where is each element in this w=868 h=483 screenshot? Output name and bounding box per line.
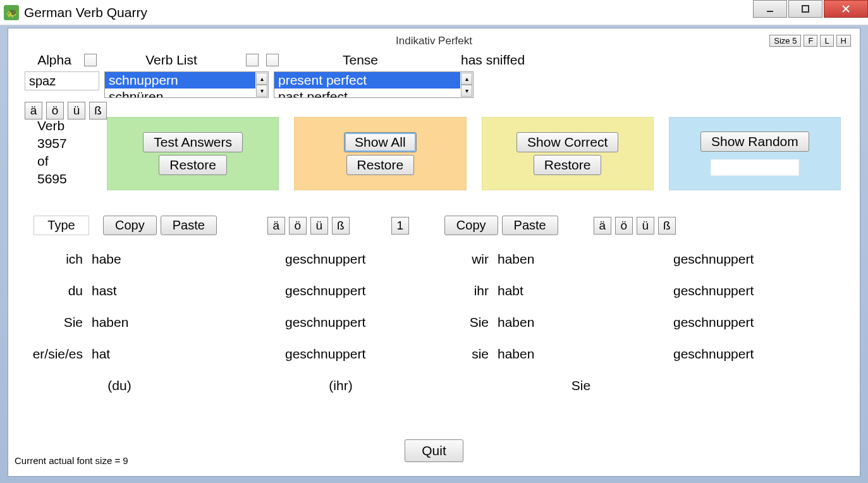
verb-item-selected[interactable]: schnuppern — [105, 72, 255, 89]
app-icon: 🐢 — [4, 5, 19, 20]
participle-field[interactable]: geschnuppert — [671, 346, 783, 362]
counter-l3: of — [37, 152, 67, 170]
restore-button-3[interactable]: Restore — [534, 155, 602, 175]
char-ss-button-3[interactable]: ß — [658, 217, 676, 235]
pronoun: wir — [461, 252, 495, 267]
paste-button-left[interactable]: Paste — [161, 216, 217, 235]
tense-checkbox[interactable] — [266, 54, 279, 66]
tense-item-next[interactable]: past perfect — [274, 89, 460, 98]
participle-field[interactable]: geschnuppert — [283, 346, 395, 362]
svg-rect-0 — [767, 11, 773, 12]
tense-indicator: Indikativ Perfekt — [8, 35, 860, 47]
char-u-button-3[interactable]: ü — [637, 217, 654, 235]
char-a-button-2[interactable]: ä — [267, 217, 285, 235]
counter-l2: 3957 — [37, 135, 67, 152]
verb-list-label: Verb List — [97, 52, 246, 68]
restore-button-1[interactable]: Restore — [159, 155, 227, 175]
alpha-input[interactable] — [25, 71, 99, 90]
window-buttons — [752, 0, 868, 25]
digit-button[interactable]: 1 — [391, 217, 409, 235]
pronoun: du — [18, 283, 89, 298]
show-correct-button[interactable]: Show Correct — [517, 132, 618, 152]
aux-field[interactable]: hast — [89, 283, 146, 298]
show-all-button[interactable]: Show All — [344, 132, 417, 152]
type-button[interactable]: Type — [34, 216, 89, 235]
tense-item-selected[interactable]: present perfect — [274, 72, 460, 89]
restore-button-2[interactable]: Restore — [346, 155, 415, 175]
maximize-button[interactable] — [788, 0, 822, 18]
char-u-button[interactable]: ü — [68, 102, 85, 119]
panel-show-correct: Show Correct Restore — [482, 117, 654, 190]
size-button[interactable]: Size 5 — [769, 35, 801, 47]
random-field[interactable] — [711, 159, 799, 176]
copy-button-left[interactable]: Copy — [103, 216, 157, 235]
char-o-button-3[interactable]: ö — [615, 217, 633, 235]
pronoun: ihr — [461, 283, 495, 298]
l-button[interactable]: L — [820, 35, 833, 47]
conj-row: Sie haben geschnuppert Sie haben geschnu… — [18, 307, 841, 338]
participle-field[interactable]: geschnuppert — [283, 283, 395, 298]
verb-list-up[interactable]: ▴ — [256, 73, 267, 85]
pronoun: Sie — [461, 315, 495, 330]
paste-button-right[interactable]: Paste — [502, 216, 558, 235]
selector-row: Alpha Verb List Tense has sniffed schnup… — [25, 52, 843, 119]
participle-field[interactable]: geschnuppert — [671, 315, 783, 330]
imperative-row: (du) (ihr) Sie — [18, 370, 841, 401]
participle-field[interactable]: geschnuppert — [283, 315, 395, 330]
char-ss-button[interactable]: ß — [89, 102, 107, 119]
titlebar: 🐢 German Verb Quarry — [0, 0, 868, 25]
panel-show-all: Show All Restore — [294, 117, 466, 190]
test-answers-button[interactable]: Test Answers — [143, 132, 243, 152]
verb-list-checkbox[interactable] — [246, 54, 259, 66]
pronoun: er/sie/es — [18, 346, 89, 362]
app-title: German Verb Quarry — [24, 5, 147, 20]
imper-sie: Sie — [461, 378, 701, 393]
action-panels: Test Answers Restore Show All Restore Sh… — [107, 117, 841, 190]
aux-field[interactable]: hat — [89, 346, 146, 362]
quit-button[interactable]: Quit — [405, 439, 463, 462]
aux-field[interactable]: haben — [89, 315, 146, 330]
minimize-button[interactable] — [753, 0, 787, 18]
char-u-button-2[interactable]: ü — [310, 217, 328, 235]
alpha-label: Alpha — [25, 52, 84, 68]
char-ss-button-2[interactable]: ß — [332, 217, 350, 235]
alpha-checkbox[interactable] — [84, 54, 97, 66]
client-area: Indikativ Perfekt Size 5 F L H Alpha Ver… — [8, 28, 860, 477]
tense-list-down[interactable]: ▾ — [461, 85, 472, 97]
aux-field[interactable]: haben — [495, 346, 553, 362]
tense-listbox[interactable]: present perfect past perfect ▴ ▾ — [274, 71, 474, 98]
footer-status: Current actual font size = 9 — [15, 455, 128, 466]
conjugation-grid: ich habe geschnuppert wir haben geschnup… — [18, 243, 841, 401]
participle-field[interactable]: geschnuppert — [283, 252, 395, 267]
copy-button-right[interactable]: Copy — [444, 216, 498, 235]
show-random-button[interactable]: Show Random — [700, 131, 809, 152]
counter-l1: Verb — [37, 117, 67, 135]
tense-list-up[interactable]: ▴ — [461, 73, 472, 85]
panel-test: Test Answers Restore — [107, 117, 279, 190]
aux-field[interactable]: habe — [89, 252, 146, 267]
aux-field[interactable]: habt — [495, 283, 553, 298]
translation: has sniffed — [461, 52, 525, 68]
pronoun: ich — [18, 252, 89, 267]
verb-counter: Verb 3957 of 5695 — [37, 117, 67, 188]
close-button[interactable] — [824, 0, 868, 18]
svg-rect-1 — [802, 6, 809, 12]
participle-field[interactable]: geschnuppert — [671, 252, 783, 267]
verb-item-next[interactable]: schnüren — [105, 89, 255, 98]
verb-list-down[interactable]: ▾ — [256, 85, 267, 97]
aux-field[interactable]: haben — [495, 315, 553, 330]
verb-listbox[interactable]: schnuppern schnüren ▴ ▾ — [104, 71, 269, 98]
imper-du: (du) — [18, 378, 221, 393]
char-a-button-3[interactable]: ä — [594, 217, 611, 235]
aux-field[interactable]: haben — [495, 252, 553, 267]
char-o-button-2[interactable]: ö — [289, 217, 307, 235]
participle-field[interactable]: geschnuppert — [671, 283, 783, 298]
conj-row: ich habe geschnuppert wir haben geschnup… — [18, 243, 841, 275]
f-button[interactable]: F — [804, 35, 817, 47]
h-button[interactable]: H — [836, 35, 851, 47]
tense-label: Tense — [279, 52, 442, 68]
conj-row: du hast geschnuppert ihr habt geschnuppe… — [18, 275, 841, 307]
conj-row: er/sie/es hat geschnuppert sie haben ges… — [18, 338, 841, 370]
imper-ihr: (ihr) — [221, 378, 461, 393]
mid-toolbar: Type Copy Paste ä ö ü ß 1 Copy Paste ä ö… — [34, 216, 841, 235]
